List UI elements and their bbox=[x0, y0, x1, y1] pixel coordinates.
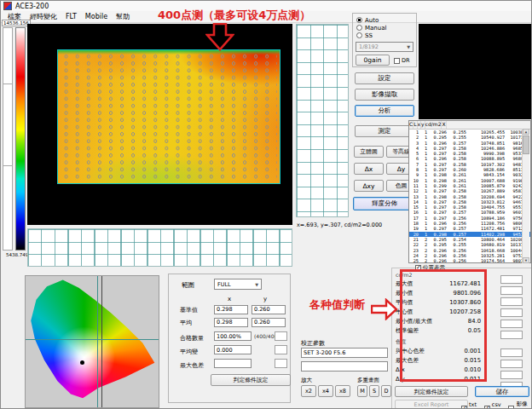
app-window: ACE3-200 檔案經時變化FLTMobile幫助 400点测（最多可设4万点… bbox=[0, 0, 532, 409]
luminance-heatmap[interactable] bbox=[57, 49, 280, 184]
summary-y-field[interactable]: 0.260 bbox=[252, 305, 286, 314]
stat-row: 最大值 11672.481 bbox=[396, 279, 481, 288]
export-checkbox-group: txt檔 csv檔 影像檔 bbox=[461, 400, 531, 409]
menu-item[interactable]: Mobile bbox=[85, 13, 107, 20]
annotation-right-arrow-icon bbox=[371, 298, 398, 320]
multiscreen-button[interactable]: S bbox=[369, 385, 379, 397]
cie-diagram-panel bbox=[25, 275, 159, 408]
checkbox-icon bbox=[461, 406, 467, 409]
table-body: 1 1 0.296 0.255 10265.455 10038 2 1 0.29… bbox=[409, 130, 530, 263]
table-scrollbar[interactable]: ▲ ▼ bbox=[522, 129, 529, 263]
cursor-status-line: x=.693, y=.307, cd/m2=0.000 bbox=[297, 222, 382, 228]
zoom-button[interactable]: x2 bbox=[301, 385, 316, 397]
checkbox-icon bbox=[508, 406, 514, 409]
column-header[interactable]: cd/m2 bbox=[425, 121, 442, 129]
solid-view-button[interactable]: 立體圖 bbox=[354, 146, 384, 158]
judge-box bbox=[500, 297, 523, 306]
multiscreen-button[interactable]: D bbox=[381, 385, 391, 397]
capture-button[interactable]: 影像擷取 bbox=[355, 89, 414, 101]
mode-radio[interactable]: Manual bbox=[356, 24, 386, 32]
export-checkbox[interactable]: txt檔 bbox=[461, 400, 481, 409]
export-checkbox[interactable]: csv檔 bbox=[484, 400, 506, 409]
delta-xy-button[interactable]: Δxy bbox=[354, 180, 384, 192]
summary-y-field[interactable]: 0.260 bbox=[252, 318, 286, 327]
judge-box bbox=[500, 308, 523, 317]
settings-button[interactable]: 設定 bbox=[355, 72, 414, 84]
app-icon bbox=[3, 2, 12, 10]
shutter-select[interactable]: 1/8192 ▼ bbox=[356, 42, 413, 52]
checkbox-icon bbox=[394, 58, 400, 64]
panel-divider bbox=[392, 268, 532, 268]
gain-button[interactable]: 0gain bbox=[356, 55, 390, 66]
table-row[interactable]: 25 2 0.296 0.256 10174.564 9801 bbox=[409, 258, 530, 263]
stat-value: 11672.481 bbox=[449, 280, 481, 287]
window-title: ACE3-200 bbox=[15, 3, 49, 10]
stat-row: Δ x 0.010 bbox=[396, 365, 481, 374]
multiscreen-button[interactable]: M bbox=[357, 385, 367, 397]
calibration-field[interactable]: SET 3-200 F5.6 bbox=[301, 348, 388, 358]
save-button[interactable]: 儲存 bbox=[475, 386, 529, 397]
scroll-up-icon[interactable]: ▲ bbox=[523, 129, 529, 135]
col-x-header: x bbox=[228, 296, 231, 302]
summary-row: 基準值 0.298 0.260 bbox=[180, 303, 286, 316]
zoom-button[interactable]: x4 bbox=[318, 385, 333, 397]
radio-icon bbox=[356, 32, 362, 38]
judge-box bbox=[500, 360, 523, 368]
summary-x-field[interactable]: 0.298 bbox=[214, 318, 248, 327]
measure-points-grid bbox=[61, 53, 277, 181]
dr-checkbox[interactable]: DR bbox=[394, 57, 410, 64]
stat-row: Δ y 0.011 bbox=[396, 374, 481, 383]
judge-box bbox=[500, 349, 523, 357]
judge-box bbox=[275, 331, 287, 341]
stat-label: 中心值 bbox=[396, 308, 413, 316]
stat-value: 0.001 bbox=[465, 348, 481, 354]
stat-label: Δ x bbox=[396, 366, 405, 373]
scroll-thumb[interactable] bbox=[523, 135, 529, 154]
stat-row: 標準偏差 0.05 bbox=[396, 325, 481, 335]
maxdiff-label: 最大色差 bbox=[180, 361, 204, 370]
pass-count-field[interactable]: 100.00% bbox=[214, 331, 252, 341]
export-checkbox-label: csv檔 bbox=[492, 401, 506, 409]
analyze-button[interactable]: 分析 bbox=[355, 105, 414, 117]
export-checkbox[interactable]: 影像檔 bbox=[508, 400, 531, 409]
horizontal-profile-grid bbox=[27, 228, 292, 267]
judge-box bbox=[275, 359, 287, 368]
zoom-group-label: 放大 bbox=[301, 377, 312, 384]
col-y-header: y bbox=[263, 296, 267, 302]
judge-box bbox=[500, 371, 523, 379]
stat-value: 9801.096 bbox=[454, 290, 481, 297]
radio-icon bbox=[356, 25, 362, 31]
checkbox-icon bbox=[415, 265, 421, 271]
luminance-dist-button[interactable]: 輝度分佈 bbox=[353, 197, 416, 210]
scroll-down-icon[interactable]: ▼ bbox=[523, 257, 529, 263]
maxdiff-field[interactable] bbox=[214, 359, 252, 368]
calibration-field2[interactable] bbox=[301, 361, 388, 372]
judge-box bbox=[500, 286, 523, 295]
excel-report-button[interactable]: Excel Report bbox=[395, 400, 468, 409]
menu-item[interactable]: 幫助 bbox=[116, 12, 130, 21]
scale-max-value: 14536.156 bbox=[2, 20, 31, 26]
menu-item[interactable]: 經時變化 bbox=[30, 12, 57, 21]
cie-crosshair-vertical bbox=[97, 276, 98, 407]
avg-field[interactable]: 0.000 bbox=[214, 345, 252, 354]
delta-x-button[interactable]: Δx bbox=[354, 163, 384, 175]
summary-row-label: 平均 bbox=[180, 319, 214, 327]
chevron-down-icon: ▼ bbox=[255, 282, 258, 287]
heatmap-panel bbox=[27, 24, 292, 225]
summary-judge-setting-button[interactable]: 判定條件設定 bbox=[211, 374, 291, 386]
range-select[interactable]: FULL ▼ bbox=[214, 279, 262, 290]
stats-block: cd/m2 最大值 11672.481 最小值 9801.096 平均值 103… bbox=[396, 271, 481, 383]
summary-x-field[interactable]: 0.298 bbox=[214, 305, 248, 314]
menu-item[interactable]: FLT bbox=[66, 13, 77, 20]
column-header[interactable]: X bbox=[442, 121, 446, 129]
mode-radio[interactable]: Auto bbox=[356, 16, 386, 24]
checkbox-icon bbox=[484, 406, 490, 409]
zoom-button[interactable]: x8 bbox=[335, 385, 350, 397]
zoom-button-group: x2x4x8 bbox=[301, 385, 350, 397]
mode-radio[interactable]: SS bbox=[356, 32, 386, 39]
footer-judge-setting-button[interactable]: 判定條件設定 bbox=[395, 386, 468, 397]
measure-button[interactable]: 測定 bbox=[355, 125, 414, 137]
stat-label: 最大色差 bbox=[396, 356, 419, 365]
stat-value: 0.011 bbox=[465, 376, 481, 383]
pass-count-label: 合格數量 bbox=[180, 334, 204, 343]
